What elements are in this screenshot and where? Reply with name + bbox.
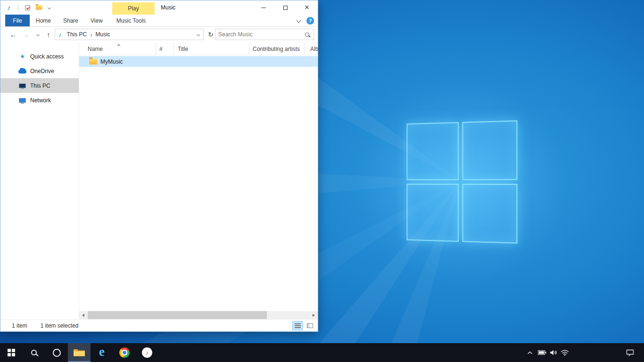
ribbon-tab-row: File Home Share View Music Tools ? (0, 15, 318, 27)
refresh-button[interactable]: ↻ (206, 29, 215, 40)
taskbar-search-button[interactable] (23, 343, 45, 362)
taskbar: e ♪ (0, 343, 644, 362)
windows-logo-pane (407, 122, 459, 180)
qat-customize-button[interactable] (44, 3, 54, 12)
tab-home[interactable]: Home (30, 15, 57, 26)
volume-icon (550, 349, 557, 356)
onedrive-cloud-icon (18, 70, 26, 74)
start-button[interactable] (0, 343, 23, 362)
close-button[interactable]: × (296, 0, 318, 15)
column-header-name[interactable]: Name (79, 42, 156, 55)
explorer-window: ♪ | Play Music × File Home Share View Mu… (0, 0, 318, 332)
horizontal-scrollbar[interactable] (79, 311, 318, 319)
taskbar-file-explorer-button[interactable] (68, 343, 91, 362)
sidebar-item-this-pc[interactable]: This PC (0, 78, 79, 93)
properties-icon (25, 5, 30, 10)
help-button[interactable]: ? (306, 17, 314, 25)
search-icon (305, 33, 309, 37)
search-box[interactable] (215, 29, 314, 40)
search-input[interactable] (215, 31, 305, 38)
sidebar-item-label: Network (30, 97, 51, 104)
qat-properties-button[interactable] (22, 3, 33, 12)
chevron-up-icon (527, 351, 533, 354)
up-button[interactable]: ↑ (43, 27, 54, 42)
sidebar-item-quick-access[interactable]: ★ Quick access (0, 49, 79, 64)
details-view-icon (295, 323, 301, 328)
breadcrumb-this-pc[interactable]: This PC (65, 31, 90, 38)
column-header-number[interactable]: # (156, 42, 174, 55)
triangle-left-icon (82, 314, 84, 317)
details-view-button[interactable] (292, 321, 303, 330)
windows-logo-pane (462, 120, 517, 180)
breadcrumb-music[interactable]: Music (93, 31, 113, 38)
qat-separator: | (17, 4, 19, 10)
window-title: Music (161, 0, 175, 15)
selection-count: 1 item selected (41, 322, 79, 329)
tray-show-hidden-icons-button[interactable] (524, 343, 536, 362)
window-controls: × (253, 0, 318, 15)
thumbnails-view-icon (307, 323, 313, 328)
music-note-glyph: ♪ (146, 349, 149, 356)
chevron-down-icon (47, 6, 50, 9)
qat-new-folder-button[interactable] (33, 3, 44, 12)
star-icon: ★ (18, 53, 26, 60)
maximize-icon (283, 6, 288, 10)
music-note-icon: ♪ (58, 31, 62, 38)
maximize-button[interactable] (274, 0, 296, 15)
column-label: Name (88, 46, 103, 52)
tab-music-tools[interactable]: Music Tools (109, 15, 153, 26)
column-header-contributing-artists[interactable]: Contributing artists (249, 42, 305, 55)
windows-logo-pane (462, 184, 517, 244)
tab-share[interactable]: Share (57, 15, 84, 26)
action-center-button[interactable] (623, 343, 636, 362)
address-dropdown-button[interactable] (197, 33, 203, 36)
column-label: Alb (310, 46, 318, 52)
windows-logo (407, 120, 518, 243)
breadcrumb-separator[interactable]: › (89, 31, 93, 38)
battery-icon (538, 350, 546, 355)
file-row-mymusic[interactable]: MyMusic (79, 56, 318, 67)
address-toolbar: ← → ↑ ♪ This PC › Music ↻ (0, 27, 318, 42)
column-label: Title (178, 46, 188, 52)
music-app-icon: ♪ (142, 347, 152, 358)
windows-start-icon (8, 349, 15, 356)
thumbnails-view-button[interactable] (305, 321, 315, 330)
tray-volume-button[interactable] (548, 343, 559, 362)
column-header-album[interactable]: Alb (305, 42, 338, 55)
minimize-icon (261, 8, 266, 8)
taskbar-music-app-button[interactable]: ♪ (136, 343, 158, 362)
chrome-icon (119, 347, 130, 358)
scroll-left-button[interactable] (79, 311, 87, 319)
column-header-row: Name # Title Contributing artists Alb (79, 42, 318, 55)
taskbar-chrome-button[interactable] (113, 343, 136, 362)
sidebar-item-onedrive[interactable]: OneDrive (0, 64, 79, 78)
wifi-icon (561, 350, 569, 356)
titlebar[interactable]: ♪ | Play Music × (0, 0, 318, 15)
contextual-tab-play[interactable]: Play (112, 2, 155, 15)
tab-file[interactable]: File (5, 15, 30, 26)
scroll-right-button[interactable] (310, 311, 318, 319)
computer-icon (19, 83, 26, 88)
close-icon: × (305, 4, 309, 11)
back-button[interactable]: ← (7, 27, 19, 42)
sidebar-item-network[interactable]: Network (0, 93, 79, 107)
tab-view[interactable]: View (84, 15, 109, 26)
internet-explorer-icon: e (99, 346, 105, 358)
status-bar: 1 item 1 item selected (0, 319, 318, 331)
view-toggles (292, 321, 315, 330)
forward-button[interactable]: → (20, 27, 32, 42)
cortana-button[interactable] (45, 343, 68, 362)
tray-battery-button[interactable] (537, 343, 548, 362)
ribbon-right-controls: ? (297, 15, 314, 26)
action-center-icon (626, 349, 634, 356)
recent-locations-button[interactable] (33, 27, 42, 42)
window-main-area: ★ Quick access OneDrive This PC Network (0, 42, 318, 319)
tray-network-button[interactable] (559, 343, 570, 362)
address-bar[interactable]: ♪ This PC › Music (55, 29, 204, 40)
minimize-button[interactable] (253, 0, 274, 15)
scrollbar-thumb[interactable] (88, 311, 267, 319)
sidebar-item-label: This PC (30, 82, 50, 89)
taskbar-internet-explorer-button[interactable]: e (91, 343, 113, 362)
expand-ribbon-icon[interactable] (297, 18, 301, 23)
column-header-title[interactable]: Title (174, 42, 249, 55)
